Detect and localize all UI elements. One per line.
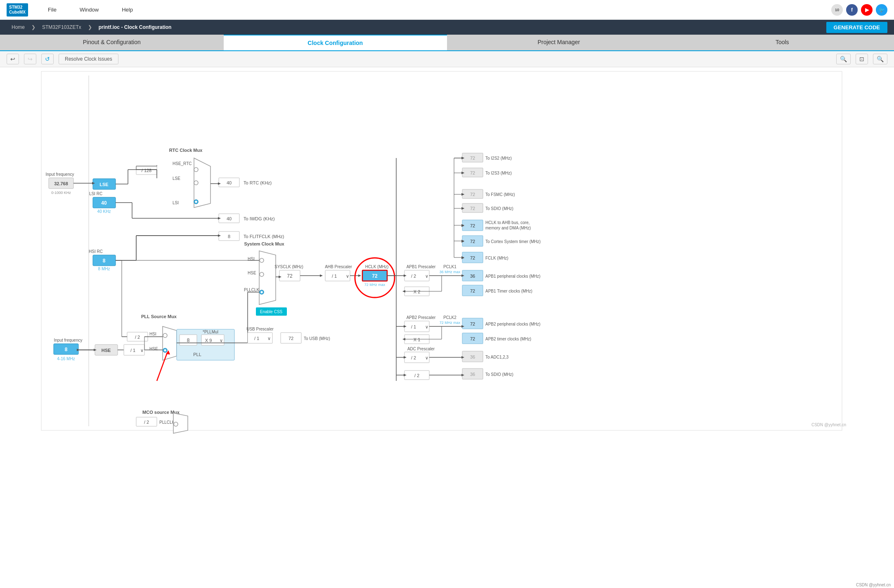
main-content: LSE LSI RC 40 40 KHz HSI RC 8 8 MHz Inpu…	[0, 67, 894, 588]
zoom-out-button[interactable]: 🔍	[873, 54, 887, 64]
tab-pinout[interactable]: Pinout & Configuration	[0, 35, 224, 50]
svg-text:/ 2: / 2	[411, 274, 416, 279]
svg-text:8 MHz: 8 MHz	[98, 267, 110, 271]
svg-point-147	[164, 349, 166, 352]
facebook-icon[interactable]: f	[846, 4, 858, 16]
svg-text:LSI: LSI	[173, 201, 179, 205]
svg-text:HSE: HSE	[102, 348, 111, 353]
fit-button[interactable]: ⊡	[856, 54, 868, 64]
svg-text:PLLCLK: PLLCLK	[244, 288, 260, 292]
toolbar: ↩ ↪ ↺ Resolve Clock Issues 🔍 ⊡ 🔍	[0, 51, 894, 67]
svg-text:LSI RC: LSI RC	[89, 191, 102, 196]
svg-text:72: 72	[470, 255, 475, 260]
svg-text:ADC Prescaler: ADC Prescaler	[407, 347, 435, 351]
svg-text:72: 72	[470, 239, 475, 244]
clock-diagram-svg: LSE LSI RC 40 40 KHz HSI RC 8 8 MHz Inpu…	[0, 67, 867, 439]
svg-text:40: 40	[227, 180, 232, 185]
svg-text:To RTC (KHz): To RTC (KHz)	[244, 180, 272, 185]
svg-text:/ 1: / 1	[332, 274, 337, 279]
svg-text:APB2 peripheral clocks (MHz): APB2 peripheral clocks (MHz)	[485, 322, 540, 326]
svg-text:*PLLMul: *PLLMul	[203, 330, 218, 334]
svg-text:72: 72	[470, 223, 475, 228]
svg-text:8: 8	[228, 234, 230, 239]
svg-text:/ 1: / 1	[411, 324, 416, 329]
breadcrumb-sep-1: ❯	[31, 24, 35, 30]
breadcrumb-device[interactable]: STM32F103ZETx	[37, 23, 86, 32]
svg-text:4-16 MHz: 4-16 MHz	[57, 357, 75, 361]
svg-text:36: 36	[470, 274, 475, 279]
svg-text:∨: ∨	[267, 336, 271, 341]
svg-text:System Clock Mux: System Clock Mux	[244, 241, 284, 246]
svg-text:PCLK1: PCLK1	[443, 264, 456, 269]
svg-text:/ 1: / 1	[254, 336, 259, 341]
svg-text:72: 72	[372, 273, 378, 279]
tab-clock[interactable]: Clock Configuration	[224, 35, 447, 50]
svg-text:/ 2: / 2	[144, 420, 149, 425]
svg-text:40 KHz: 40 KHz	[97, 209, 111, 214]
svg-text:/ 1: / 1	[130, 348, 135, 353]
svg-text:APB1 peripheral clocks (MHz): APB1 peripheral clocks (MHz)	[485, 274, 540, 279]
svg-text:To FSMC (MHz): To FSMC (MHz)	[485, 192, 515, 197]
svg-text:∨: ∨	[425, 355, 428, 360]
svg-text:∨: ∨	[220, 338, 223, 343]
menu-window[interactable]: Window	[76, 5, 102, 14]
tab-tools[interactable]: Tools	[671, 35, 894, 50]
svg-text:72: 72	[470, 336, 475, 341]
breadcrumb-bar: Home ❯ STM32F103ZETx ❯ printf.ioc - Cloc…	[0, 20, 894, 35]
svg-marker-252	[173, 413, 188, 433]
svg-text:72 MHz max: 72 MHz max	[440, 321, 461, 325]
youtube-icon[interactable]: ▶	[861, 4, 873, 16]
svg-point-32	[195, 201, 197, 203]
svg-text:36 MHz max: 36 MHz max	[440, 270, 461, 274]
svg-text:∨: ∨	[425, 274, 428, 279]
svg-text:40: 40	[227, 216, 232, 221]
twitter-icon[interactable]: 🐦	[876, 4, 887, 16]
svg-text:To IWDG (KHz): To IWDG (KHz)	[244, 216, 275, 221]
tab-project[interactable]: Project Manager	[447, 35, 671, 50]
menu-help[interactable]: Help	[118, 5, 136, 14]
svg-text:HSE_RTC: HSE_RTC	[173, 161, 192, 166]
svg-text:8: 8	[103, 258, 106, 264]
zoom-in-button[interactable]: 🔍	[836, 54, 851, 64]
svg-text:/ 2: / 2	[414, 373, 419, 378]
svg-text:PLL: PLL	[193, 352, 201, 357]
diagram-area: LSE LSI RC 40 40 KHz HSI RC 8 8 MHz Inpu…	[0, 67, 894, 588]
svg-text:Input frequency: Input frequency	[46, 172, 74, 177]
svg-text:X 2: X 2	[414, 289, 421, 294]
svg-text:SYSCLK (MHz): SYSCLK (MHz)	[274, 264, 303, 269]
badge-icon: 10	[831, 4, 843, 16]
breadcrumb-current[interactable]: printf.ioc - Clock Configuration	[94, 23, 177, 32]
breadcrumb-home[interactable]: Home	[7, 23, 30, 32]
undo-button[interactable]: ↩	[7, 54, 19, 64]
svg-text:72: 72	[287, 273, 293, 279]
svg-text:APB2 Prescaler: APB2 Prescaler	[407, 315, 436, 320]
svg-text:To I2S3 (MHz): To I2S3 (MHz)	[485, 171, 512, 175]
generate-code-button[interactable]: GENERATE CODE	[826, 22, 887, 33]
status-bar: CSDN @yyhnet.cn	[853, 582, 894, 588]
redo-button[interactable]: ↪	[24, 54, 36, 64]
svg-text:X 9: X 9	[205, 338, 212, 343]
svg-point-50	[261, 291, 263, 293]
svg-text:72: 72	[289, 336, 293, 341]
menu-items: File Window Help	[45, 5, 831, 14]
svg-text:memory and DMA (MHz): memory and DMA (MHz)	[485, 226, 531, 230]
svg-text:To SDIO (MHz): To SDIO (MHz)	[485, 372, 513, 377]
svg-text:/ 2: / 2	[411, 355, 416, 360]
svg-text:APB2 timer clocks (MHz): APB2 timer clocks (MHz)	[485, 337, 531, 341]
svg-marker-46	[259, 251, 276, 305]
svg-marker-144	[163, 326, 177, 360]
tab-bar: Pinout & Configuration Clock Configurati…	[0, 35, 894, 51]
svg-text:APB1 Timer clocks (MHz): APB1 Timer clocks (MHz)	[485, 289, 532, 293]
svg-text:72: 72	[470, 170, 475, 175]
svg-text:USB Prescaler: USB Prescaler	[246, 327, 274, 331]
svg-text:∨: ∨	[425, 324, 428, 329]
social-icons: 10 f ▶ 🐦	[831, 4, 887, 16]
refresh-button[interactable]: ↺	[41, 54, 54, 64]
svg-text:HSI RC: HSI RC	[89, 249, 103, 254]
svg-text:PCLK2: PCLK2	[443, 315, 456, 320]
svg-text:To I2S2 (MHz): To I2S2 (MHz)	[485, 156, 512, 161]
resolve-clock-button[interactable]: Resolve Clock Issues	[59, 54, 118, 64]
menu-file[interactable]: File	[45, 5, 60, 14]
svg-text:HSE: HSE	[149, 347, 158, 351]
svg-text:72 MHz max: 72 MHz max	[364, 283, 386, 287]
